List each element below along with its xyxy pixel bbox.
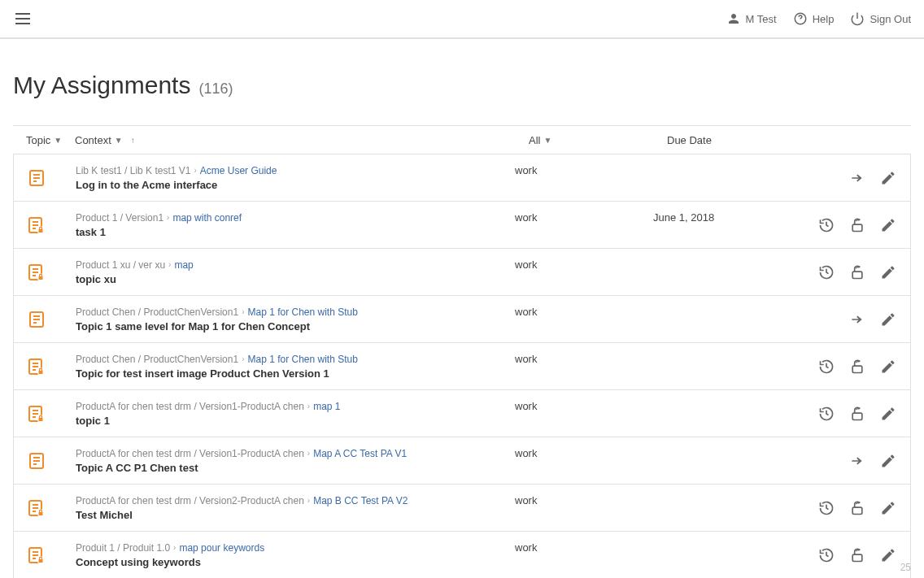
row-actions <box>783 499 897 517</box>
edit-icon <box>880 170 896 186</box>
edit-button[interactable] <box>879 358 897 376</box>
row-title[interactable]: task 1 <box>76 226 515 238</box>
sort-down-icon: ▼ <box>115 136 123 145</box>
row-due-date <box>653 257 783 259</box>
edit-button[interactable] <box>879 405 897 423</box>
document-icon <box>27 451 76 471</box>
unlock-icon <box>849 547 865 563</box>
breadcrumb-link[interactable]: Map 1 for Chen with Stub <box>247 306 357 318</box>
history-icon <box>818 406 835 422</box>
unlock-button[interactable] <box>848 358 866 376</box>
edit-icon <box>880 359 896 375</box>
table-row: Produit 1 / Produit 1.0›map pour keyword… <box>14 532 910 578</box>
breadcrumb-link[interactable]: map pour keywords <box>179 542 264 554</box>
breadcrumb: Product 1 / Version1›map with conref <box>76 212 515 224</box>
row-main: ProductA for chen test drm / Version2-Pr… <box>76 495 515 521</box>
row-status: work <box>515 257 653 271</box>
edit-button[interactable] <box>879 311 897 328</box>
svg-rect-15 <box>39 229 43 233</box>
breadcrumb-text: Product 1 xu / ver xu <box>76 259 165 271</box>
column-header-topic[interactable]: Topic ▼ <box>26 134 75 146</box>
row-title[interactable]: Topic A CC P1 Chen test <box>76 462 515 474</box>
row-title[interactable]: topic xu <box>76 273 515 285</box>
breadcrumb: Product Chen / ProductChenVersion1›Map 1… <box>76 354 515 365</box>
breadcrumb-link[interactable]: Map 1 for Chen with Stub <box>247 354 357 365</box>
edit-button[interactable] <box>879 169 897 187</box>
column-header-status[interactable]: All ▼ <box>529 134 667 146</box>
document-locked-icon <box>27 357 76 376</box>
column-header-due[interactable]: Due Date <box>667 134 797 146</box>
row-status: work <box>515 493 653 506</box>
breadcrumb-link[interactable]: map 1 <box>313 401 340 412</box>
history-button[interactable] <box>817 263 835 281</box>
column-header-context[interactable]: Context ▼ ↑ <box>75 134 529 146</box>
breadcrumb-link[interactable]: map <box>174 259 193 271</box>
forward-arrow-button[interactable] <box>848 452 866 470</box>
page-count: (116) <box>198 80 233 98</box>
breadcrumb: Produit 1 / Produit 1.0›map pour keyword… <box>76 542 515 554</box>
row-actions <box>783 263 897 281</box>
table-row: ProductA for chen test drm / Version2-Pr… <box>14 485 910 532</box>
hamburger-menu-icon[interactable] <box>13 9 33 28</box>
chevron-right-icon: › <box>167 213 169 222</box>
power-icon <box>850 11 865 26</box>
edit-icon <box>880 217 896 233</box>
chevron-right-icon: › <box>307 402 310 411</box>
edit-button[interactable] <box>879 452 897 470</box>
row-status: work <box>515 540 653 554</box>
row-title[interactable]: Concept using keywords <box>76 556 515 568</box>
breadcrumb-link[interactable]: Map A CC Test PA V1 <box>313 448 407 459</box>
edit-button[interactable] <box>879 499 897 517</box>
chevron-right-icon: › <box>242 307 244 316</box>
breadcrumb-link[interactable]: Acme User Guide <box>200 165 277 176</box>
unlock-button[interactable] <box>848 546 866 564</box>
history-button[interactable] <box>817 358 835 376</box>
signout-button[interactable]: Sign Out <box>850 11 911 26</box>
svg-rect-68 <box>39 559 43 563</box>
unlock-button[interactable] <box>848 499 866 517</box>
forward-arrow-button[interactable] <box>848 169 866 187</box>
edit-icon <box>880 500 896 516</box>
breadcrumb-text: Product Chen / ProductChenVersion1 <box>76 306 238 318</box>
row-title[interactable]: topic 1 <box>76 415 515 427</box>
unlock-button[interactable] <box>848 405 866 423</box>
row-actions <box>783 311 897 328</box>
history-button[interactable] <box>817 216 835 234</box>
row-title[interactable]: Topic for test insert image Product Chen… <box>76 367 515 380</box>
row-due-date <box>653 398 783 400</box>
row-title[interactable]: Log in to the Acme interface <box>76 179 515 191</box>
forward-arrow-button[interactable] <box>848 311 866 328</box>
row-title[interactable]: Topic 1 same level for Map 1 for Chen Co… <box>76 320 515 332</box>
breadcrumb-text: Lib K test1 / Lib K test1 V1 <box>76 165 190 176</box>
history-button[interactable] <box>817 405 835 423</box>
edit-icon <box>880 264 896 280</box>
unlock-icon <box>849 217 865 233</box>
row-due-date <box>653 445 783 447</box>
breadcrumb-text: Product Chen / ProductChenVersion1 <box>76 354 238 365</box>
chevron-right-icon: › <box>194 166 196 175</box>
svg-rect-69 <box>852 554 862 561</box>
chevron-right-icon: › <box>307 496 310 505</box>
row-actions <box>783 169 897 187</box>
edit-button[interactable] <box>879 216 897 234</box>
svg-rect-38 <box>852 366 862 372</box>
breadcrumb: ProductA for chen test drm / Version1-Pr… <box>76 448 515 459</box>
unlock-button[interactable] <box>848 263 866 281</box>
history-button[interactable] <box>817 546 835 564</box>
forward-arrow-icon <box>849 170 865 186</box>
row-status: work <box>515 304 653 318</box>
user-menu[interactable]: M Test <box>726 11 777 26</box>
row-actions <box>783 405 897 423</box>
breadcrumb-link[interactable]: map with conref <box>172 212 242 224</box>
row-main: ProductA for chen test drm / Version1-Pr… <box>76 448 515 474</box>
edit-button[interactable] <box>879 263 897 281</box>
edit-button[interactable] <box>879 546 897 564</box>
history-button[interactable] <box>817 499 835 517</box>
help-button[interactable]: Help <box>793 11 835 26</box>
breadcrumb-link[interactable]: Map B CC Test PA V2 <box>313 495 408 506</box>
row-actions <box>783 546 897 564</box>
table-row: Product 1 / Version1›map with conreftask… <box>14 202 910 249</box>
row-title[interactable]: Test Michel <box>76 509 515 521</box>
breadcrumb-text: ProductA for chen test drm / Version1-Pr… <box>76 401 304 412</box>
unlock-button[interactable] <box>848 216 866 234</box>
